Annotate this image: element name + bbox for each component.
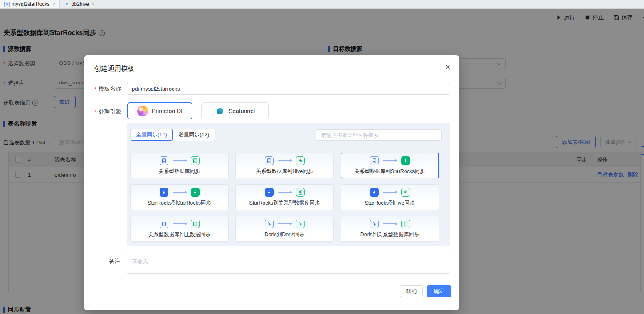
engine-label: * 处理引擎: [94, 108, 121, 116]
template-card[interactable]: 关系型数据库同步: [130, 153, 229, 178]
template-card-label: 关系型数据库同步: [159, 168, 200, 175]
hive-icon: Hi: [296, 156, 305, 165]
card-icons: [370, 220, 410, 228]
template-card[interactable]: 关系型数据库到主数据同步: [130, 216, 229, 242]
required-asterisk: *: [94, 86, 96, 92]
card-icons: [370, 156, 410, 165]
template-panel: 全量同步(10) 增量同步(12) 关系型数据库同步Hi关系型数据库到Hive同…: [127, 123, 450, 246]
arrow-icon: [383, 160, 397, 161]
close-icon[interactable]: ×: [52, 2, 55, 7]
hive-icon: Hi: [401, 188, 410, 197]
label-text: 模板名称: [99, 85, 121, 93]
template-name-label: * 模板名称: [94, 85, 121, 93]
required-asterisk: *: [94, 109, 96, 115]
template-grid: 关系型数据库同步Hi关系型数据库到Hive同步关系型数据库到StarRocks同…: [130, 153, 439, 242]
doris-icon: [296, 220, 305, 228]
arrow-icon: [173, 223, 187, 224]
arrow-icon: [173, 160, 187, 161]
tab-label: mysql2starRocks: [12, 1, 49, 7]
template-card-label: StarRocks到StarRocks同步: [148, 200, 211, 207]
create-template-modal: 创建通用模板 ✕ * 模板名称 * 处理引擎 Primeton DI Seatu…: [84, 55, 459, 310]
engine-option-seatunnel[interactable]: Seatunnel: [201, 102, 269, 119]
note-label: 备注: [109, 257, 120, 265]
starrocks-icon: [265, 188, 274, 197]
card-icons: [160, 220, 200, 228]
rdb-icon: [191, 220, 200, 228]
tab-full-sync[interactable]: 全量同步(10): [131, 129, 173, 141]
tab-mysql2starrocks[interactable]: S mysql2starRocks ×: [0, 0, 60, 8]
template-card[interactable]: StarRocks到关系型数据库同步: [235, 184, 334, 210]
card-icons: [160, 188, 200, 197]
template-card[interactable]: HiStarRocks到Hive同步: [341, 184, 439, 210]
rdb-icon: [265, 156, 274, 165]
card-icons: Hi: [370, 188, 410, 197]
rdb-icon: [191, 156, 200, 165]
template-card-label: 关系型数据库到Hive同步: [256, 168, 313, 175]
arrow-icon: [173, 192, 187, 193]
arrow-icon: [278, 160, 292, 161]
cancel-button[interactable]: 取消: [400, 285, 423, 297]
template-search-input[interactable]: [316, 129, 442, 141]
template-card-label: StarRocks到Hive同步: [365, 200, 415, 207]
sync-mode-tabs: 全量同步(10) 增量同步(12): [130, 129, 215, 141]
tab-incremental-sync[interactable]: 增量同步(12): [173, 129, 215, 141]
doris-icon: [370, 220, 379, 228]
starrocks-icon: [370, 188, 379, 197]
engine-option-primeton[interactable]: Primeton DI: [127, 102, 192, 119]
template-card-label: StarRocks到关系型数据库同步: [249, 200, 320, 207]
pdi-tab-icon: P: [64, 2, 69, 7]
seatunnel-icon: [215, 106, 225, 116]
template-card-label: 关系型数据库到主数据同步: [148, 231, 211, 238]
close-icon[interactable]: ×: [92, 2, 94, 7]
rdb-icon: [296, 188, 305, 197]
template-card[interactable]: Doris到Doris同步: [235, 216, 334, 242]
arrow-icon: [278, 223, 292, 224]
card-icons: Hi: [265, 156, 305, 165]
rdb-icon: [160, 220, 168, 228]
card-icons: [265, 220, 305, 228]
rdb-icon: [160, 156, 168, 165]
modal-close-icon[interactable]: ✕: [445, 64, 451, 71]
tab-label: db2hive: [72, 1, 89, 7]
rdb-icon: [401, 220, 410, 228]
template-card-label: 关系型数据库到StarRocks同步: [354, 168, 425, 175]
arrow-icon: [383, 192, 397, 193]
card-icons: [265, 188, 305, 197]
template-card[interactable]: Doris到关系型数据库同步: [341, 216, 439, 242]
template-card[interactable]: 关系型数据库到StarRocks同步: [341, 153, 439, 178]
template-card[interactable]: StarRocks到StarRocks同步: [130, 184, 229, 210]
template-name-input[interactable]: [127, 83, 450, 95]
starrocks-icon: [160, 188, 168, 197]
template-card-label: Doris到Doris同步: [265, 231, 305, 238]
primeton-di-icon: [137, 106, 148, 116]
tab-db2hive[interactable]: P db2hive ×: [60, 0, 99, 8]
label-text: 处理引擎: [99, 108, 121, 116]
template-card-label: Doris到关系型数据库同步: [360, 231, 419, 238]
note-textarea[interactable]: [127, 255, 450, 274]
doris-icon: [265, 220, 274, 228]
starrocks-icon: [401, 156, 410, 165]
engine-name: Primeton DI: [152, 108, 183, 114]
starrocks-icon: [191, 188, 200, 197]
card-icons: [160, 156, 200, 165]
arrow-icon: [383, 223, 397, 224]
app-window: S mysql2starRocks × P db2hive × 运行 停止 保存: [0, 0, 644, 314]
workspace-tabbar: S mysql2starRocks × P db2hive ×: [0, 0, 644, 9]
arrow-icon: [278, 192, 292, 193]
confirm-button[interactable]: 确定: [427, 285, 451, 297]
modal-title: 创建通用模板: [94, 64, 134, 73]
seatunnel-tab-icon: S: [4, 2, 10, 7]
template-card[interactable]: Hi关系型数据库到Hive同步: [235, 153, 334, 178]
rdb-icon: [370, 156, 379, 165]
label-text: 备注: [109, 257, 120, 265]
engine-name: Seatunnel: [229, 108, 255, 114]
